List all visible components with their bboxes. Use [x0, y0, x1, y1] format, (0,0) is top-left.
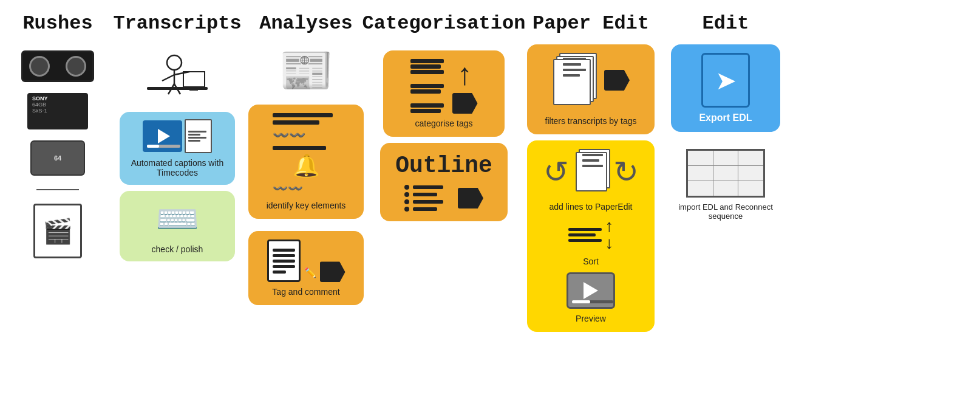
tag-icon: [452, 93, 478, 114]
cat-bar: [410, 89, 441, 94]
up-arrow-sort-icon: ↑: [605, 218, 614, 235]
tag-icon: [458, 188, 483, 208]
automated-captions-label: Automated captions with Timecodes: [127, 158, 228, 177]
filters-transcripts-card: filters transcripts by tags: [527, 44, 655, 134]
edl-cell: [738, 181, 763, 196]
outline-title: Outline: [395, 153, 492, 179]
person-desk-icon: [141, 44, 214, 105]
outline-lines-icon: [404, 185, 453, 212]
edl-cell: [688, 181, 713, 196]
preview-icon: [567, 272, 615, 309]
pp-lines: [582, 154, 603, 167]
transcript-page-icon: [185, 119, 212, 153]
edl-row: [688, 151, 763, 166]
transcript-stack-icon: [185, 119, 212, 153]
import-edl-label: import EDL and Reconnect sequence: [677, 202, 774, 221]
filters-transcripts-label: filters transcripts by tags: [545, 116, 637, 126]
text-line: [188, 137, 206, 139]
ol-dot: [404, 192, 409, 197]
tag-icon: [604, 70, 630, 91]
doc-line: [273, 254, 295, 257]
rushes-icons: SONY 64GB SxS-1 64 🎬: [21, 50, 94, 258]
paper-edit-column: Paper Edit filters transcripts by ta: [521, 12, 661, 332]
export-edl-card: ➤ Export EDL: [671, 44, 780, 132]
text-line: [188, 131, 206, 133]
ol-row: [404, 185, 443, 190]
edl-cell: [738, 151, 763, 165]
outline-card: Outline: [380, 143, 508, 221]
left-arrow-icon: ↺: [543, 154, 569, 190]
book-export-icon: ➤: [701, 53, 750, 108]
cat-line-group: [410, 84, 444, 94]
ol-dot: [404, 207, 409, 212]
edl-cell: [688, 166, 713, 181]
play-button-icon: [158, 129, 170, 143]
cat-bar: [410, 59, 444, 63]
ol-dash: [413, 193, 437, 196]
cf-card-icon: 64: [30, 140, 85, 176]
pp-line: [563, 74, 580, 77]
ol-row: [404, 207, 437, 212]
identify-key-elements-label: identify key elements: [267, 201, 346, 210]
doc-line: [273, 265, 295, 268]
pp-lines: [563, 58, 586, 77]
preview-play-icon: [584, 282, 598, 299]
transcripts-column: Transcripts: [117, 12, 238, 261]
cat-bar: [410, 64, 441, 69]
book-arrow-icon: ➤: [715, 66, 737, 95]
sort-label: Sort: [583, 257, 599, 266]
video-document-icon: 🎬: [33, 204, 82, 258]
text-line: [188, 140, 200, 142]
edl-cell: [713, 166, 739, 181]
ol-dash: [413, 185, 443, 189]
cat-line-group: [410, 103, 444, 113]
sort-lines-icon: [568, 228, 602, 242]
squiggle-line2: 〰️〰️: [273, 181, 339, 196]
rushes-column: Rushes SONY 64GB SxS-1 64 🎬: [6, 12, 109, 258]
preview-label: Preview: [576, 314, 606, 323]
paper-edit-yellow-card: ↺ ↻ add lines to PaperEdit: [527, 140, 655, 332]
pp-line: [582, 159, 599, 162]
pp-line: [582, 154, 603, 156]
cat-bar: [410, 84, 444, 88]
bell-icon: 🔔: [273, 153, 339, 179]
edl-cell: [713, 181, 739, 196]
categorise-tags-label: categorise tags: [415, 119, 473, 128]
video-box: [143, 120, 182, 152]
sort-line: [568, 239, 602, 242]
squiggle-line: 〰️〰️: [273, 128, 339, 143]
outline-icon-group: [404, 185, 483, 212]
cat-bar: [410, 70, 444, 74]
transcripts-title: Transcripts: [113, 12, 241, 35]
tag-comment-card: ✏️ Tag and comment: [248, 231, 364, 305]
doc-line: [273, 260, 295, 263]
tag-icon: [320, 261, 345, 282]
tag-comment-icon: ✏️: [267, 240, 345, 282]
add-lines-label: add lines to PaperEdit: [550, 202, 633, 212]
edl-cell: [688, 151, 713, 165]
categorise-tags-card: ↑ categorise tags: [383, 50, 505, 137]
rushes-title: Rushes: [22, 12, 92, 35]
arrow-tag-group: ↑: [452, 59, 478, 114]
analyses-column: Analyses 📰 〰️〰️ 🔔 〰️〰️ identify key elem…: [245, 12, 367, 311]
categorise-icon: ↑: [410, 59, 478, 114]
ke-bar: [273, 120, 319, 125]
svg-line-3: [162, 75, 174, 81]
cat-bar: [410, 103, 444, 108]
import-edl-group: import EDL and Reconnect sequence: [677, 149, 774, 221]
cat-bar: [410, 109, 441, 113]
identify-key-elements-card: 〰️〰️ 🔔 〰️〰️ identify key elements: [248, 105, 364, 219]
edl-cell: [713, 151, 739, 165]
cat-lines: [410, 59, 444, 113]
ol-dot: [404, 185, 409, 190]
preview-box-icon: [567, 272, 615, 309]
categorisation-column: Categorisation: [374, 12, 514, 221]
divider: [36, 189, 79, 190]
ke-bar: [273, 146, 326, 150]
ol-row: [404, 192, 437, 197]
right-arrow-icon: ↻: [613, 154, 639, 190]
sort-line: [568, 233, 596, 236]
down-arrow-sort-icon: ↓: [605, 235, 614, 252]
main-container: Rushes SONY 64GB SxS-1 64 🎬 Transcrip: [0, 0, 980, 344]
video-transcript-icon: [143, 119, 212, 153]
